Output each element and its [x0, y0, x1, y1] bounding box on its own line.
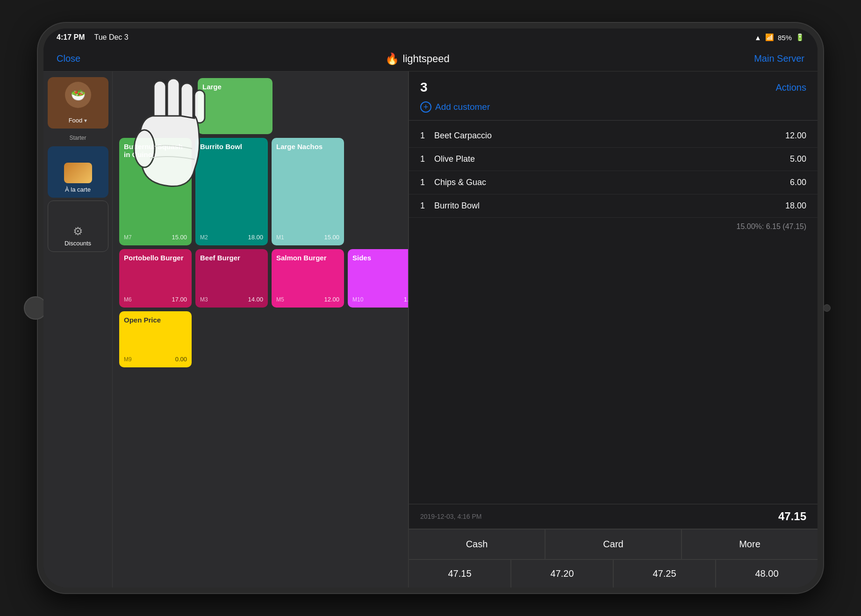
total-amount: 47.15 — [778, 510, 806, 523]
nav-bar: Close 🔥 lightspeed Main Server — [43, 46, 818, 72]
butternut-code: M7 — [124, 234, 132, 241]
item-1-qty: 1 — [420, 154, 434, 164]
menu-row-1: Butternut Squash in Quinoa M7 15.00 Burr… — [119, 138, 402, 245]
item-2-qty: 1 — [420, 178, 434, 187]
openprice-code: M9 — [124, 356, 132, 363]
menu-item-portobello[interactable]: Portobello Burger M6 17.00 — [119, 249, 192, 308]
largernachos-name: Large Nachos — [276, 143, 339, 150]
discounts-label: Discounts — [65, 240, 91, 247]
beefburger-code: M3 — [200, 296, 208, 303]
add-customer-button[interactable]: + Add customer — [420, 101, 806, 113]
item-2-price: 6.00 — [790, 178, 806, 187]
payment-buttons: Cash Card More — [409, 529, 818, 559]
burritobowl-code: M2 — [200, 234, 208, 241]
butternut-footer: M7 15.00 — [124, 234, 187, 241]
food-label: Food — [69, 117, 83, 124]
chevron-down-icon: ▾ — [84, 117, 87, 124]
menu-area: Large Butternut Squash in Quinoa M7 15 — [113, 72, 408, 587]
menu-item-sides[interactable]: Sides M10 1.00 — [348, 249, 408, 308]
amount-btn-2[interactable]: 47.25 — [614, 560, 715, 587]
beefburger-price: 14.00 — [248, 296, 263, 303]
menu-item-largernachos[interactable]: Large Nachos M1 15.00 — [272, 138, 344, 245]
actions-button[interactable]: Actions — [775, 82, 806, 93]
order-item-3[interactable]: 1 Burrito Bowl 18.00 — [409, 194, 818, 218]
battery: 85% — [778, 34, 792, 42]
menu-row0-spacer — [276, 78, 402, 134]
add-customer-row: + Add customer — [409, 100, 818, 121]
beefburger-name: Beef Burger — [200, 254, 263, 262]
menu-item-large-name: Large — [202, 83, 268, 91]
menu-item-beefburger[interactable]: Beef Burger M3 14.00 — [195, 249, 268, 308]
order-items-list: 1 Beet Carpaccio 12.00 1 Olive Plate 5.0… — [409, 121, 818, 504]
item-2-name: Chips & Guac — [434, 178, 790, 187]
burritobowl-name: Burrito Bowl — [200, 143, 263, 150]
order-item-0[interactable]: 1 Beet Carpaccio 12.00 — [409, 124, 818, 148]
food-badge: 🥗 — [65, 82, 91, 108]
openprice-footer: M9 0.00 — [124, 356, 187, 363]
server-button[interactable]: Main Server — [754, 53, 804, 64]
sides-code: M10 — [352, 296, 363, 303]
sidebar-item-food[interactable]: 🥗 Food ▾ — [48, 77, 108, 129]
order-item-1[interactable]: 1 Olive Plate 5.00 — [409, 148, 818, 171]
beefburger-footer: M3 14.00 — [200, 296, 263, 303]
alacarte-label: À la carte — [65, 186, 91, 193]
butternut-name: Butternut Squash in Quinoa — [124, 143, 187, 158]
sides-footer: M10 1.00 — [352, 296, 408, 303]
menu-row-0: Large — [119, 78, 402, 134]
close-button[interactable]: Close — [57, 53, 80, 64]
order-number: 3 — [420, 80, 428, 95]
tax-text: 15.00%: 6.15 (47.15) — [737, 222, 806, 230]
item-0-qty: 1 — [420, 131, 434, 141]
sidebar-item-discounts[interactable]: ⚙ Discounts — [48, 201, 108, 252]
gear-icon: ⚙ — [73, 225, 83, 238]
alacarte-image — [64, 163, 92, 183]
logo-text: lightspeed — [403, 53, 450, 65]
battery-icon: 🔋 — [796, 33, 804, 42]
burritobowl-price: 18.00 — [248, 234, 263, 241]
largernachos-price: 15.00 — [324, 234, 339, 241]
sidebar-item-alacarte[interactable]: À la carte — [48, 146, 108, 198]
item-3-qty: 1 — [420, 201, 434, 211]
menu-item-butternut[interactable]: Butternut Squash in Quinoa M7 15.00 — [119, 138, 192, 245]
order-header: 3 Actions — [409, 72, 818, 100]
menu-item-burritobowl[interactable]: Burrito Bowl M2 18.00 — [195, 138, 268, 245]
main-content: 🥗 Food ▾ Starter À la carte — [43, 72, 818, 587]
butternut-price: 15.00 — [172, 234, 187, 241]
order-item-2[interactable]: 1 Chips & Guac 6.00 — [409, 171, 818, 194]
card-button[interactable]: Card — [545, 530, 681, 559]
amount-btn-3[interactable]: 48.00 — [716, 560, 818, 587]
salmonburger-footer: M5 12.00 — [276, 296, 339, 303]
portobello-price: 17.00 — [172, 296, 187, 303]
more-button[interactable]: More — [682, 530, 818, 559]
sides-price: 1.00 — [404, 296, 408, 303]
cash-button[interactable]: Cash — [409, 530, 545, 559]
openprice-name: Open Price — [124, 316, 187, 324]
order-footer: 2019-12-03, 4:16 PM 47.15 Cash Card More… — [409, 504, 818, 587]
salmonburger-price: 12.00 — [324, 296, 339, 303]
item-1-price: 5.00 — [790, 154, 806, 164]
menu-item-salmonburger[interactable]: Salmon Burger M5 12.00 — [272, 249, 344, 308]
salmonburger-name: Salmon Burger — [276, 254, 339, 262]
food-dropdown: Food ▾ — [69, 117, 87, 124]
menu-item-openprice[interactable]: Open Price M9 0.00 — [119, 311, 192, 367]
camera — [823, 304, 831, 312]
burritobowl-footer: M2 18.00 — [200, 234, 263, 241]
largernachos-footer: M1 15.00 — [276, 234, 339, 241]
menu-item-large[interactable]: Large — [198, 78, 273, 134]
signal-icon: ▲ — [754, 34, 761, 42]
portobello-footer: M6 17.00 — [124, 296, 187, 303]
menu-row-2: Portobello Burger M6 17.00 Beef Burger M… — [119, 249, 402, 308]
total-row: 2019-12-03, 4:16 PM 47.15 — [409, 504, 818, 529]
amount-btn-0[interactable]: 47.15 — [409, 560, 510, 587]
amount-btn-1[interactable]: 47.20 — [511, 560, 613, 587]
status-date: Tue Dec 3 — [94, 33, 128, 42]
item-3-price: 18.00 — [785, 201, 806, 211]
starter-sublabel: Starter — [69, 135, 86, 141]
logo-flame-icon: 🔥 — [385, 52, 399, 65]
sidebar: 🥗 Food ▾ Starter À la carte — [43, 72, 113, 587]
item-0-price: 12.00 — [785, 131, 806, 141]
plus-circle-icon: + — [420, 101, 431, 113]
openprice-price: 0.00 — [175, 356, 187, 363]
item-0-name: Beet Carpaccio — [434, 131, 785, 141]
menu-row-3: Open Price M9 0.00 — [119, 311, 402, 367]
